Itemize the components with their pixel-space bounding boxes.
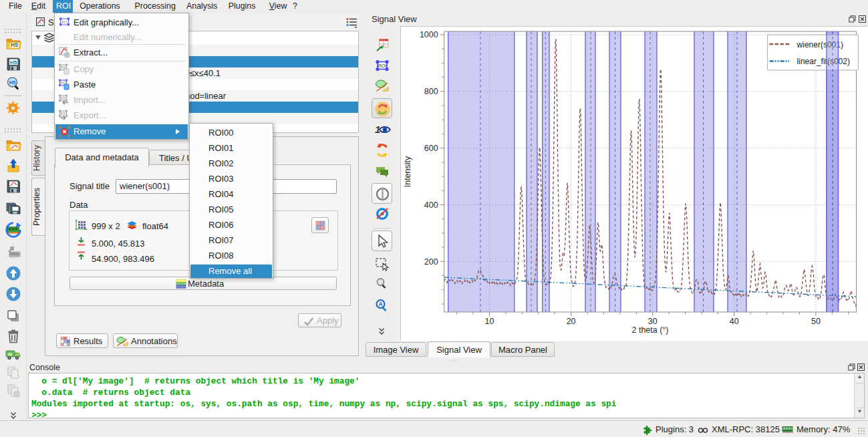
svg-text:ROI: ROI: [378, 63, 386, 69]
svg-text:H5: H5: [9, 80, 16, 86]
svg-text:50: 50: [811, 317, 821, 326]
svg-text:H5: H5: [10, 59, 17, 65]
svg-text:H5: H5: [11, 41, 18, 48]
svg-text:A: A: [378, 301, 382, 307]
svg-text:ROI: ROI: [61, 21, 67, 24]
svg-text:30: 30: [648, 317, 658, 326]
svg-text:ROI: ROI: [60, 112, 65, 116]
svg-text:2 theta (°): 2 theta (°): [631, 325, 668, 335]
svg-text:1000: 1000: [420, 30, 438, 39]
svg-text:10: 10: [485, 317, 494, 326]
svg-text:200: 200: [424, 257, 438, 267]
svg-text:800: 800: [424, 87, 438, 96]
svg-text:20: 20: [567, 317, 576, 326]
svg-text:Intensity: Intensity: [403, 156, 412, 187]
svg-text:linear_fit(s002): linear_fit(s002): [797, 57, 850, 66]
svg-text:600: 600: [424, 144, 438, 153]
svg-text:ROI: ROI: [60, 97, 65, 100]
svg-text:40: 40: [730, 317, 739, 326]
svg-text:400: 400: [424, 200, 438, 210]
svg-text:✉: ✉: [8, 352, 12, 357]
